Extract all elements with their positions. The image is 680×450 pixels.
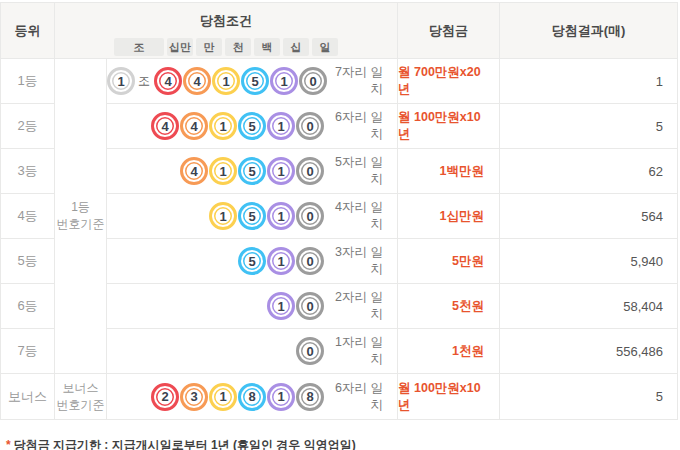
digit-position-label-100: 백 bbox=[254, 38, 280, 56]
prize-cell: 월 700만원x20년 bbox=[398, 59, 500, 104]
count-cell: 556,486 bbox=[500, 329, 677, 374]
match-label: 6자리 일치 bbox=[324, 109, 397, 143]
number-ball: 1 bbox=[209, 202, 237, 230]
number-ball: 0 bbox=[296, 157, 324, 185]
digit-position-label-10: 십 bbox=[283, 38, 309, 56]
prize-cell: 1백만원 bbox=[398, 149, 500, 194]
number-ball: 1 bbox=[267, 292, 295, 320]
match-label: 3자리 일치 bbox=[324, 244, 397, 278]
count-cell: 1 bbox=[500, 59, 677, 104]
digit-position-strip: 조 십만 만 천 백 십 일 bbox=[114, 38, 397, 56]
number-ball: 5 bbox=[241, 67, 269, 95]
prize-cell: 1십만원 bbox=[398, 194, 500, 239]
count-cell: 58,404 bbox=[500, 284, 677, 329]
digit-position-label-100k: 십만 bbox=[167, 38, 193, 56]
header-result: 당첨결과(매) bbox=[500, 3, 677, 59]
header-condition: 당첨조건 조 십만 만 천 백 십 일 bbox=[55, 3, 398, 59]
ball-group: 1조441510 bbox=[107, 67, 327, 95]
condition-cell: 15104자리 일치 bbox=[107, 194, 398, 239]
number-ball: 1 bbox=[267, 202, 295, 230]
count-cell: 5 bbox=[500, 104, 677, 149]
number-ball: 2 bbox=[151, 383, 179, 411]
rank-cell: 6등 bbox=[1, 284, 55, 329]
footnote: *당첨금 지급기한 : 지급개시일로부터 1년 (휴일인 경우 익영업일) bbox=[6, 437, 680, 450]
count-cell: 5,940 bbox=[500, 239, 677, 284]
number-ball: 4 bbox=[180, 157, 208, 185]
number-ball: 4 bbox=[154, 67, 182, 95]
group-cell-main: 1등번호기준 bbox=[55, 59, 107, 374]
match-label: 6자리 일치 bbox=[324, 380, 397, 414]
match-label: 7자리 일치 bbox=[327, 64, 397, 98]
match-label: 4자리 일치 bbox=[324, 199, 397, 233]
condition-cell: 4415106자리 일치 bbox=[107, 104, 398, 149]
footnote-text: 당첨금 지급기한 : 지급개시일로부터 1년 (휴일인 경우 익영업일) bbox=[14, 438, 356, 450]
count-cell: 5 bbox=[500, 374, 677, 419]
rank-cell: 3등 bbox=[1, 149, 55, 194]
rank-cell: 5등 bbox=[1, 239, 55, 284]
digit-position-label-1k: 천 bbox=[225, 38, 251, 56]
number-ball: 1 bbox=[209, 157, 237, 185]
jo-ball: 1 bbox=[107, 67, 135, 95]
header-rank: 등위 bbox=[1, 3, 55, 59]
count-cell: 564 bbox=[500, 194, 677, 239]
page: 등위 당첨조건 조 십만 만 천 백 십 일 당첨금 당첨결과(매) 1등1등번… bbox=[0, 0, 680, 450]
group-cell-main-line: 번호기준 bbox=[57, 216, 105, 233]
number-ball: 4 bbox=[183, 67, 211, 95]
header-condition-title: 당첨조건 bbox=[55, 3, 397, 38]
match-label: 5자리 일치 bbox=[324, 154, 397, 188]
number-ball: 1 bbox=[267, 112, 295, 140]
rank-cell: 7등 bbox=[1, 329, 55, 374]
lottery-table: 등위 당첨조건 조 십만 만 천 백 십 일 당첨금 당첨결과(매) 1등1등번… bbox=[0, 2, 678, 420]
number-ball: 1 bbox=[270, 67, 298, 95]
group-cell-bonus: 보너스번호기준 bbox=[55, 374, 107, 419]
number-ball: 8 bbox=[238, 383, 266, 411]
ball-group: 1510 bbox=[209, 202, 324, 230]
number-ball: 1 bbox=[267, 157, 295, 185]
group-cell-bonus-line: 보너스 bbox=[63, 380, 99, 397]
prize-cell: 5만원 bbox=[398, 239, 500, 284]
number-ball: 0 bbox=[296, 247, 324, 275]
digit-position-label-jo: 조 bbox=[114, 38, 164, 56]
prize-cell: 1천원 bbox=[398, 329, 500, 374]
number-ball: 0 bbox=[296, 112, 324, 140]
number-ball: 1 bbox=[267, 383, 295, 411]
number-ball: 0 bbox=[296, 337, 324, 365]
number-ball: 0 bbox=[299, 67, 327, 95]
jo-suffix: 조 bbox=[138, 73, 150, 90]
condition-cell: 1조4415107자리 일치 bbox=[107, 59, 398, 104]
condition-cell: 415105자리 일치 bbox=[107, 149, 398, 194]
condition-cell: 01자리 일치 bbox=[107, 329, 398, 374]
match-label: 1자리 일치 bbox=[324, 334, 397, 368]
condition-cell: 2318186자리 일치 bbox=[107, 374, 398, 419]
number-ball: 1 bbox=[209, 383, 237, 411]
prize-cell: 월 100만원x10년 bbox=[398, 374, 500, 419]
number-ball: 1 bbox=[212, 67, 240, 95]
ball-group: 41510 bbox=[180, 157, 324, 185]
condition-cell: 102자리 일치 bbox=[107, 284, 398, 329]
prize-cell: 5천원 bbox=[398, 284, 500, 329]
condition-cell: 5103자리 일치 bbox=[107, 239, 398, 284]
rank-cell: 4등 bbox=[1, 194, 55, 239]
number-ball: 0 bbox=[296, 202, 324, 230]
prize-cell: 월 100만원x10년 bbox=[398, 104, 500, 149]
number-ball: 1 bbox=[267, 247, 295, 275]
rank-cell: 2등 bbox=[1, 104, 55, 149]
number-ball: 4 bbox=[151, 112, 179, 140]
ball-group: 441510 bbox=[151, 112, 324, 140]
number-ball: 8 bbox=[296, 383, 324, 411]
number-ball: 5 bbox=[238, 202, 266, 230]
number-ball: 4 bbox=[180, 112, 208, 140]
number-ball: 5 bbox=[238, 157, 266, 185]
rank-cell: 1등 bbox=[1, 59, 55, 104]
match-label: 2자리 일치 bbox=[324, 289, 397, 323]
number-ball: 5 bbox=[238, 112, 266, 140]
digit-position-label-1: 일 bbox=[312, 38, 338, 56]
count-cell: 62 bbox=[500, 149, 677, 194]
ball-group: 510 bbox=[238, 247, 324, 275]
rank-cell: 보너스 bbox=[1, 374, 55, 419]
number-ball: 5 bbox=[238, 247, 266, 275]
number-ball: 3 bbox=[180, 383, 208, 411]
ball-group: 10 bbox=[267, 292, 324, 320]
group-cell-main-line: 1등 bbox=[71, 199, 90, 216]
ball-group: 231818 bbox=[151, 383, 324, 411]
